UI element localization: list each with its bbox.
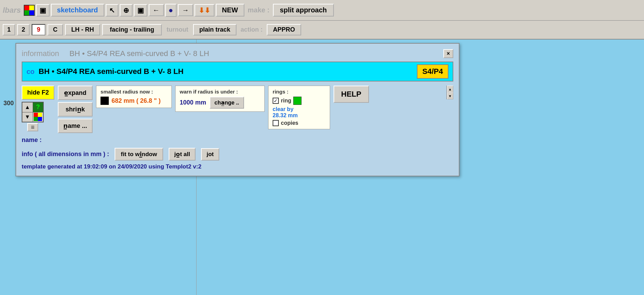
- co-label: co: [27, 68, 34, 76]
- expand-button[interactable]: e̲xpand: [58, 86, 93, 100]
- copies-row: copies: [273, 120, 326, 126]
- facing-trailing-button[interactable]: facing - trailing: [102, 24, 162, 35]
- hide-f2-button[interactable]: hide F2: [22, 86, 54, 100]
- panel-scrollbar[interactable]: ▲ ▼: [446, 86, 453, 99]
- close-button[interactable]: ×: [443, 49, 453, 58]
- radius-value: 682 mm ( 26.8 " ): [112, 97, 161, 105]
- make-label: make :: [246, 6, 272, 14]
- info-panel-title-row: information BH • S4/P4 REA semi-curved B…: [22, 49, 453, 58]
- copies-checkbox[interactable]: [273, 120, 279, 126]
- ring-checkbox[interactable]: [273, 98, 279, 104]
- sketchboard-button[interactable]: sketchboard: [51, 4, 104, 17]
- screen-button[interactable]: ▣: [134, 4, 147, 17]
- controls-row: hide F2 ▲ ? ▼: [22, 86, 453, 133]
- s4p4-badge: S4/P4: [417, 64, 448, 79]
- black-square-icon: [101, 97, 109, 105]
- lhrh-button[interactable]: LH - RH: [65, 24, 100, 35]
- information-label: information: [22, 49, 59, 58]
- c-button[interactable]: C: [47, 24, 63, 35]
- ctrl-up[interactable]: ▲: [22, 102, 33, 112]
- warn-box: warn if radius is under : 1000 mm cha̲ng…: [175, 86, 265, 112]
- warn-row: 1000 mm cha̲nge ..: [180, 97, 260, 109]
- change-button[interactable]: cha̲nge ..: [210, 97, 244, 109]
- dot-button[interactable]: ●: [165, 4, 177, 17]
- color-icon[interactable]: [24, 5, 35, 16]
- jot-all-button[interactable]: jo̲t all: [169, 148, 196, 161]
- ring-row: ring: [273, 97, 326, 105]
- toolbar-row2: 1 2 9 C LH - RH facing - trailing turnou…: [0, 21, 644, 40]
- rings-title: rings :: [273, 89, 326, 95]
- action-label: action :: [239, 26, 265, 33]
- name-row: name :: [22, 136, 453, 144]
- split-approach-button[interactable]: split approach: [273, 4, 334, 17]
- info-panel: information BH • S4/P4 REA semi-curved B…: [15, 43, 460, 176]
- radius-box: smallest radius now : 682 mm ( 26.8 " ): [96, 86, 172, 108]
- appro-button[interactable]: APPRO: [267, 24, 301, 35]
- jot-button[interactable]: jot: [201, 148, 219, 161]
- clear-by-text: clear by 28.32 mm: [273, 106, 326, 119]
- globe-button[interactable]: ⊕: [120, 4, 133, 17]
- warn-title: warn if radius is under :: [180, 89, 260, 95]
- new-button[interactable]: NEW: [216, 4, 244, 17]
- toolbar-row1: lbars ▣ sketchboard ↖ ⊕ ▣ ← ● → ⬇⬇ NEW m…: [0, 0, 644, 21]
- help-button[interactable]: HELP: [334, 86, 369, 103]
- num1-button[interactable]: 1: [3, 24, 15, 35]
- monitor-icon-btn[interactable]: ▣: [36, 4, 50, 17]
- small-ctrl-panel: ▲ ? ▼: [22, 102, 44, 122]
- green-square-icon: [293, 97, 302, 105]
- template-row: template generated at 19:02:09 on 24/09/…: [22, 163, 453, 170]
- copies-label: copies: [281, 120, 298, 126]
- num2-button[interactable]: 2: [17, 24, 30, 35]
- double-down-button[interactable]: ⬇⬇: [194, 4, 214, 17]
- main-area: 300 information BH • S4/P4 REA semi-curv…: [0, 40, 644, 295]
- name-button[interactable]: n̲ame ...: [58, 119, 93, 133]
- fit-window-button[interactable]: fit to wi̲ndow: [115, 148, 163, 161]
- scroll-down-button[interactable]: ▼: [447, 92, 453, 99]
- plain-track-button[interactable]: plain track: [193, 24, 236, 35]
- radius-value-row: 682 mm ( 26.8 " ): [101, 97, 167, 105]
- ring-label: ring: [281, 98, 291, 104]
- ctrl-equals[interactable]: ≡: [27, 123, 38, 131]
- turnout-label: turnout: [164, 26, 191, 33]
- ctrl-down[interactable]: ▼: [22, 112, 33, 122]
- shrink-button[interactable]: shrin̲k: [58, 102, 93, 117]
- lbars-label: lbars: [1, 6, 22, 15]
- arrow-right-button[interactable]: →: [178, 4, 193, 16]
- num9-display: 9: [32, 24, 45, 35]
- info-dims-text: info ( all dimensions in mm ) :: [22, 151, 109, 158]
- arrow-left-button[interactable]: ←: [149, 4, 164, 16]
- info-dims-row: info ( all dimensions in mm ) : fit to w…: [22, 148, 453, 161]
- radius-box-title: smallest radius now :: [101, 89, 167, 95]
- ctrl-color[interactable]: [33, 112, 43, 122]
- cursor-button[interactable]: ↖: [106, 4, 118, 17]
- co-title-text: BH • S4/P4 REA semi-curved B + V- 8 LH: [39, 67, 413, 76]
- warn-value: 1000 mm: [180, 99, 206, 106]
- scroll-up-button[interactable]: ▲: [447, 86, 453, 92]
- ctrl-question[interactable]: ?: [33, 102, 43, 112]
- co-bar: co BH • S4/P4 REA semi-curved B + V- 8 L…: [22, 62, 453, 81]
- rings-box: rings : ring clear by 28.32 mm copies: [268, 86, 330, 129]
- left-label: 300: [3, 100, 14, 107]
- info-title-text: BH • S4/P4 REA semi-curved B + V- 8 LH: [70, 49, 440, 58]
